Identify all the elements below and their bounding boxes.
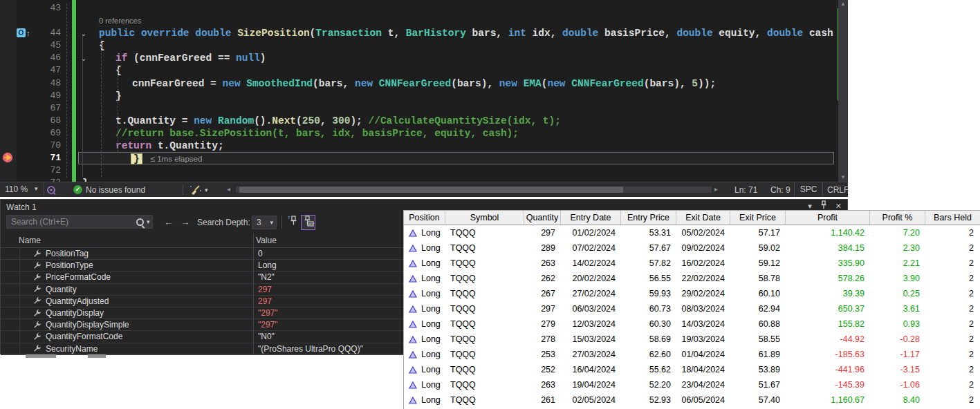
pin-to-source-button[interactable]: T [285, 215, 299, 230]
show-values-inline-button[interactable]: ab [301, 215, 315, 230]
code-line[interactable]: 72 [0, 164, 838, 177]
scrollbar-thumb[interactable] [26, 354, 56, 358]
table-row[interactable]: LongTQQQ28907/02/202457.6709/02/202459.0… [404, 240, 980, 256]
code-line[interactable]: 67 [0, 102, 838, 115]
code-line[interactable]: 69//return base.SizePosition(t, bars, id… [0, 127, 838, 140]
scroll-right-icon[interactable]: ▸ [714, 185, 718, 193]
column-header[interactable]: Quantity [524, 211, 561, 225]
margin-marker-icon[interactable]: O ↑ [17, 28, 30, 37]
code-editor[interactable]: 430 references44public override double S… [0, 0, 848, 197]
column-header[interactable]: Profit [786, 211, 870, 225]
table-cell: Long [404, 377, 445, 392]
watch-row[interactable]: PositionTypeLong [1, 260, 405, 272]
column-header[interactable]: Position [404, 211, 445, 225]
watch-row[interactable]: QuantityFormatCode"N0" [1, 331, 405, 343]
code-line[interactable]: 71}≤ 1ms elapsed [0, 152, 838, 164]
table-row[interactable]: LongTQQQ26314/02/202457.8216/02/202459.1… [404, 256, 980, 271]
code-line[interactable]: 47{ [0, 64, 838, 77]
code-line[interactable]: 46if (cnnFearGreed == null) [0, 52, 838, 64]
watch-variable-value[interactable]: Long [258, 260, 277, 270]
chevron-down-icon[interactable]: ▾ [147, 218, 150, 225]
column-header[interactable]: Bars Held [925, 211, 980, 225]
column-header[interactable]: Symbol [445, 211, 524, 225]
watch-row[interactable]: PositionTag0 [1, 248, 405, 260]
search-back-icon[interactable]: ← [164, 216, 174, 227]
watch-variable-value[interactable]: "(ProShares UltraPro QQQ)" [258, 344, 363, 354]
status-spaces-toggle[interactable]: SPC [794, 182, 823, 197]
watch-row[interactable]: QuantityDisplaySimple"297" [1, 319, 405, 331]
issues-status[interactable]: No issues found [86, 185, 145, 195]
code-line[interactable]: 70return t.Quantity; [0, 140, 838, 152]
table-cell: 335.90 [786, 256, 870, 271]
code-area[interactable]: 430 references44public override double S… [0, 0, 838, 182]
column-header[interactable]: Entry Date [561, 211, 621, 225]
assistant-icon[interactable] [46, 185, 57, 198]
watch-name-header[interactable]: Name [19, 236, 41, 245]
chevron-down-icon[interactable]: ▾ [205, 187, 208, 193]
watch-row[interactable]: PriceFormatCode"N2" [1, 272, 405, 283]
search-icon[interactable] [136, 218, 144, 226]
code-token: return [115, 140, 151, 151]
watch-value-header[interactable]: Value [256, 236, 277, 245]
watch-variable-value[interactable]: 297 [258, 285, 272, 294]
table-row[interactable]: LongTQQQ26102/05/202452.9306/05/202457.4… [404, 392, 980, 408]
search-forward-icon[interactable]: → [181, 216, 190, 227]
table-row[interactable]: LongTQQQ27912/03/202460.3014/03/202460.8… [404, 316, 980, 332]
table-row[interactable]: LongTQQQ25216/04/202455.6218/04/202453.8… [404, 362, 980, 377]
table-row[interactable]: LongTQQQ26319/04/202452.2023/04/202451.6… [404, 377, 980, 392]
wrench-icon [33, 296, 41, 305]
watch-rows: PositionTag0PositionTypeLongPriceFormatC… [1, 248, 405, 355]
watch-variable-value[interactable]: "N0" [258, 332, 275, 341]
search-depth-select[interactable]: 3 ▾ [252, 216, 277, 229]
column-header[interactable]: Profit % [870, 211, 925, 225]
watch-variable-value[interactable]: "297" [258, 308, 278, 318]
table-row[interactable]: LongTQQQ25327/03/202462.6001/04/202461.8… [404, 347, 980, 362]
close-icon[interactable]: ✕ [835, 201, 842, 211]
table-row[interactable]: LongTQQQ26220/02/202456.5522/02/202458.7… [404, 271, 980, 286]
zoom-control[interactable]: 110 % ▾ [0, 182, 44, 197]
code-line[interactable]: 68t.Quantity = new Random().Next(250, 30… [0, 115, 838, 127]
code-line[interactable]: 0 references [0, 15, 838, 27]
code-line[interactable]: 43 [0, 2, 838, 15]
watch-variable-value[interactable]: "N2" [258, 272, 275, 282]
status-line-ending[interactable]: CRLF [827, 185, 849, 195]
column-header[interactable]: Entry Price [621, 211, 676, 225]
watch-variable-value[interactable]: "297" [258, 320, 278, 330]
code-line[interactable]: 48cnnFearGreed = new SmoothedInd(bars, n… [0, 77, 838, 90]
editor-horizontal-scrollbar[interactable] [236, 187, 712, 193]
watch-row[interactable]: SecurityName"(ProShares UltraPro QQQ)" [1, 343, 405, 355]
scroll-left-icon[interactable]: ◂ [227, 185, 230, 193]
column-header[interactable]: Exit Price [730, 211, 786, 225]
scroll-down-icon[interactable]: ▼ [838, 174, 848, 181]
window-position-chevron-icon[interactable]: ▾ [808, 201, 812, 211]
search-input[interactable] [6, 215, 153, 229]
watch-variable-value[interactable]: 297 [258, 296, 272, 306]
scroll-up-icon[interactable]: ▲ [838, 1, 848, 8]
code-line[interactable]: 49} [0, 90, 838, 102]
table-cell: TQQQ [445, 286, 524, 301]
scrollbar-thumb[interactable] [239, 187, 623, 193]
watch-row[interactable]: QuantityDisplay"297" [1, 307, 405, 319]
line-number: 68 [0, 115, 61, 127]
watch-variable-value[interactable]: 0 [258, 249, 263, 258]
fold-chevron-icon[interactable]: ⌄ [79, 29, 89, 39]
code-line[interactable]: 44public override double SizePosition(Tr… [0, 27, 838, 39]
table-row[interactable]: LongTQQQ27815/03/202458.6919/03/202458.5… [404, 332, 980, 347]
issues-check-icon[interactable]: ✓ [73, 185, 82, 194]
table-cell: 2 [925, 286, 980, 301]
column-header[interactable]: Exit Date [676, 211, 730, 225]
code-cleanup-broom-icon[interactable] [188, 184, 202, 198]
editor-vertical-scrollbar[interactable]: ▲ ▼ [838, 0, 848, 182]
watch-row[interactable]: Quantity297 [1, 284, 405, 296]
watch-variable-name: Quantity [46, 285, 77, 294]
scrollbar-thumb[interactable] [88, 354, 106, 358]
table-row[interactable]: LongTQQQ29701/02/202453.3105/02/202457.1… [404, 225, 980, 240]
code-line[interactable]: 73} [0, 177, 838, 182]
current-statement-breakpoint-icon[interactable] [2, 152, 13, 166]
fold-chevron-icon[interactable]: ⌄ [79, 54, 89, 64]
watch-row[interactable]: QuantityAdjusted297 [1, 296, 405, 307]
code-line[interactable]: 45{ [0, 39, 838, 52]
code-token: } [115, 91, 122, 102]
table-row[interactable]: LongTQQQ29706/03/202460.7308/03/202462.9… [404, 301, 980, 316]
table-row[interactable]: LongTQQQ26727/02/202459.9329/02/202460.1… [404, 286, 980, 301]
